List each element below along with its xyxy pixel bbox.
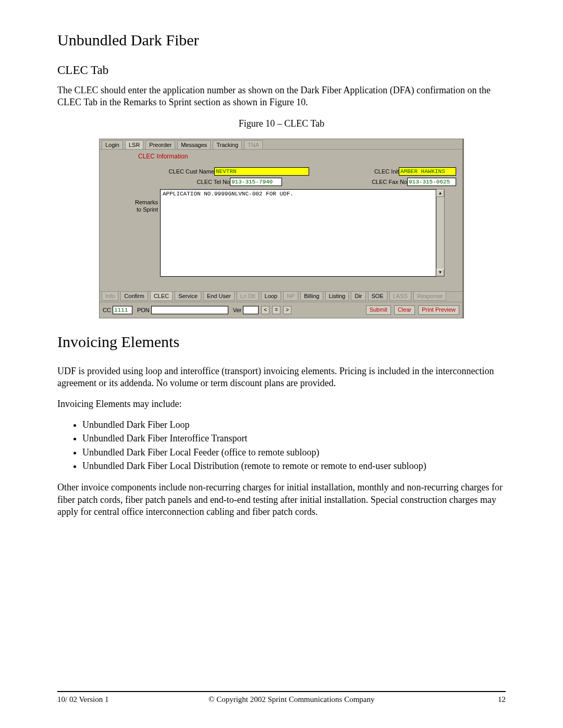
tab-bottom-confirm[interactable]: Confirm xyxy=(120,292,148,301)
clec-init-field[interactable]: AMBER HAWKINS xyxy=(399,167,456,176)
clec-init-label: CLEC Init xyxy=(374,168,399,175)
tab-bottom-np[interactable]: NP xyxy=(283,292,298,301)
tab-bottom-info[interactable]: Info xyxy=(102,292,118,301)
tab-messages[interactable]: Messages xyxy=(177,140,211,149)
invoicing-other-paragraph: Other invoice components include non-rec… xyxy=(57,482,506,518)
remarks-label: Remarks to Sprint xyxy=(106,189,158,213)
footer-copyright: © Copyright 2002 Sprint Communications C… xyxy=(108,695,474,704)
tab-bottom-service[interactable]: Service xyxy=(175,292,201,301)
page-footer: 10/ 02 Version 1 © Copyright 2002 Sprint… xyxy=(57,695,506,704)
remarks-label-line2: to Sprint xyxy=(106,206,158,213)
heading-clec-tab: CLEC Tab xyxy=(57,64,506,77)
remarks-scrollbar[interactable]: ▲ ▼ xyxy=(436,189,445,277)
invoicing-intro-paragraph: UDF is provided using loop and interoffi… xyxy=(57,365,506,390)
remarks-label-line1: Remarks xyxy=(106,199,158,206)
tab-bottom-listing[interactable]: Listing xyxy=(325,292,349,301)
heading-invoicing: Invoicing Elements xyxy=(57,333,506,351)
clec-fax-no-label: CLEC Fax No xyxy=(372,179,407,185)
clec-tel-no-field[interactable]: 913-315-7940 xyxy=(230,178,282,186)
scroll-track[interactable] xyxy=(436,197,444,269)
print-preview-button[interactable]: Print Preview xyxy=(418,305,459,315)
ver-label: Ver xyxy=(233,307,242,313)
tab-tna[interactable]: TNA xyxy=(244,140,263,149)
nav-eq-button[interactable]: = xyxy=(272,306,280,314)
tab-bottom-billing[interactable]: Billing xyxy=(300,292,323,301)
tab-bottom-soe[interactable]: SOE xyxy=(368,292,387,301)
footer-rule xyxy=(57,691,506,692)
tab-bottom-enduser[interactable]: End User xyxy=(203,292,235,301)
nav-next-button[interactable]: > xyxy=(283,306,291,314)
tab-bottom-loop[interactable]: Loop xyxy=(261,292,281,301)
tabbar-bottom: Info Confirm CLEC Service End User Ln Dt… xyxy=(100,291,462,302)
invoicing-list: Unbundled Dark Fiber Loop Unbundled Dark… xyxy=(57,418,506,472)
scroll-down-icon[interactable]: ▼ xyxy=(436,269,444,276)
scroll-up-icon[interactable]: ▲ xyxy=(436,190,444,197)
tab-tracking[interactable]: Tracking xyxy=(213,140,242,149)
footer-page-number: 12 xyxy=(474,695,506,704)
tabbar-top: Login LSR Preorder Messages Tracking TNA xyxy=(100,139,462,150)
remarks-textarea[interactable]: APPLICATION NO.9999GNLVNC-002 FOR UDF. xyxy=(160,189,436,277)
panel-title: CLEC Information xyxy=(138,153,462,160)
clec-fax-no-field[interactable]: 913-315-0625 xyxy=(407,178,456,186)
cc-label: CC xyxy=(103,307,111,313)
clec-cust-name-field[interactable]: NEVTRN xyxy=(214,167,309,176)
nav-prev-button[interactable]: < xyxy=(261,306,270,314)
tab-bottom-lndtl[interactable]: Ln Dtl xyxy=(237,292,259,301)
figure-caption: Figure 10 – CLEC Tab xyxy=(57,118,506,129)
tab-bottom-lass[interactable]: LASS xyxy=(389,292,411,301)
tab-bottom-response[interactable]: Response xyxy=(413,292,447,301)
clec-form: CLEC Cust Name NEVTRN CLEC Init AMBER HA… xyxy=(100,162,462,280)
clec-tel-no-label: CLEC Tel No xyxy=(106,179,230,185)
cc-field[interactable]: 1111 xyxy=(113,306,132,314)
clec-app-window: Login LSR Preorder Messages Tracking TNA… xyxy=(99,139,464,318)
pon-field[interactable] xyxy=(151,306,228,314)
tab-bottom-clec[interactable]: CLEC xyxy=(150,292,173,301)
tab-login[interactable]: Login xyxy=(102,140,123,149)
heading-udf: Unbundled Dark Fiber xyxy=(57,31,506,49)
clec-cust-name-label: CLEC Cust Name xyxy=(106,168,214,175)
submit-button[interactable]: Submit xyxy=(366,305,391,315)
footer-version: 10/ 02 Version 1 xyxy=(57,695,108,704)
ver-field[interactable] xyxy=(243,306,259,314)
list-item: Unbundled Dark Fiber Local Distribution … xyxy=(82,460,506,472)
status-bar: CC 1111 PON Ver < = > Submit Clear Print… xyxy=(100,302,462,318)
list-item: Unbundled Dark Fiber Local Feeder (offic… xyxy=(82,446,506,459)
clear-button[interactable]: Clear xyxy=(394,305,415,315)
tab-bottom-dir[interactable]: Dir xyxy=(351,292,365,301)
invoicing-may-include: Invoicing Elements may include: xyxy=(57,398,506,410)
tab-preorder[interactable]: Preorder xyxy=(145,140,175,149)
pon-label: PON xyxy=(137,307,150,313)
list-item: Unbundled Dark Fiber Interoffice Transpo… xyxy=(82,432,506,445)
clec-intro-paragraph: The CLEC should enter the application nu… xyxy=(57,84,506,109)
list-item: Unbundled Dark Fiber Loop xyxy=(82,418,506,431)
tab-lsr[interactable]: LSR xyxy=(125,140,143,149)
